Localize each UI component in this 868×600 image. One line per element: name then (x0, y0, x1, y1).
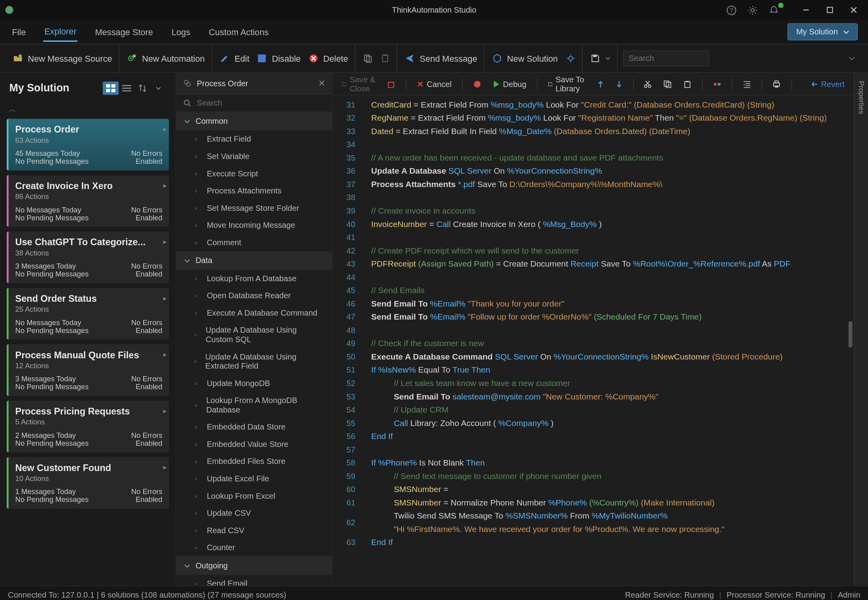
action-item[interactable]: ▫Update Excel File (176, 470, 332, 488)
code-line[interactable]: CreditCard = Extract Field From %msg_bod… (362, 98, 854, 112)
collapse-up-icon[interactable]: ︿ (0, 104, 175, 116)
action-item[interactable]: ▫Counter (176, 539, 332, 556)
code-line[interactable]: Execute A Database Command SQL Server On… (362, 350, 854, 363)
save-close-button[interactable]: Save & Close (340, 73, 378, 95)
action-item[interactable]: ▫Update CSV (176, 505, 332, 522)
action-item[interactable]: ▫Move Incoming Message (176, 217, 332, 234)
delete-button[interactable]: Delete (309, 53, 348, 63)
action-group-data[interactable]: Data (176, 252, 332, 270)
code-line[interactable]: // Send Emails (362, 284, 854, 297)
maximize-button[interactable] (821, 3, 839, 17)
minimize-button[interactable] (797, 3, 815, 17)
scrollbar-thumb[interactable] (849, 321, 853, 348)
code-line[interactable]: Send Email To salesteam@mysite.com "New … (362, 390, 854, 403)
view-cards-button[interactable] (103, 81, 119, 95)
copy-button[interactable] (661, 78, 675, 90)
code-line[interactable]: // Create invoice in accounts (362, 204, 854, 218)
code-line[interactable]: Call Library: Zoho Account ( %Company% ) (362, 416, 854, 430)
action-item[interactable]: ▫Lookup From A Database (176, 270, 332, 288)
view-list-button[interactable] (119, 81, 134, 95)
paste-button[interactable] (681, 78, 694, 90)
code-line[interactable]: RegName = Extract Field From %msg_body% … (362, 112, 854, 125)
automation-card[interactable]: ▸ Process Pricing Requests 5 Actions 2 M… (7, 401, 169, 452)
help-icon[interactable]: ? (726, 5, 738, 15)
code-line[interactable]: SMSNumber = (362, 483, 854, 496)
menu-logs[interactable]: Logs (170, 23, 192, 41)
action-group-outgoing[interactable]: Outgoing (176, 556, 332, 575)
discard-button[interactable] (385, 78, 398, 90)
disable-button[interactable]: Disable (257, 53, 301, 63)
code-line[interactable]: If %IsNew% Equal To True Then (362, 363, 854, 377)
code-line[interactable] (362, 271, 854, 284)
close-button[interactable] (844, 3, 863, 17)
action-item[interactable]: ▫Update MongoDB (176, 375, 332, 392)
toolbar-overflow[interactable] (842, 55, 862, 62)
code-content[interactable]: CreditCard = Extract Field From %msg_bod… (362, 95, 854, 585)
action-item[interactable]: ▫Set Variable (176, 148, 332, 165)
menu-explorer[interactable]: Explorer (43, 22, 78, 42)
sort-button[interactable] (134, 81, 150, 95)
debug-button[interactable]: Debug (491, 77, 529, 91)
new-solution-button[interactable]: New Solution (492, 53, 558, 63)
code-line[interactable]: End If (362, 430, 854, 443)
code-line[interactable] (362, 191, 854, 204)
new-automation-button[interactable]: + New Automation (127, 53, 205, 63)
code-editor[interactable]: 3132333435363738394041424344454647484950… (333, 95, 854, 585)
code-line[interactable]: SMSNumber = Normalize Phone Number %Phon… (362, 496, 854, 509)
automation-card[interactable]: ▸ Process Manual Quote Files 12 Actions … (7, 344, 169, 396)
revert-button[interactable]: Revert (806, 77, 847, 91)
action-search-input[interactable] (197, 98, 325, 107)
code-line[interactable]: // A new order has been received - updat… (362, 151, 854, 165)
action-item[interactable]: ▫Process Attachments (176, 182, 332, 200)
code-line[interactable]: If %Phone% Is Not Blank Then (362, 456, 854, 470)
action-item[interactable]: ▫Read CSV (176, 522, 332, 539)
toolbar-search-input[interactable] (629, 54, 728, 63)
breakpoint-button[interactable] (711, 78, 724, 90)
edit-button[interactable]: Edit (220, 53, 249, 63)
action-item[interactable]: ▫Lookup From Excel (176, 488, 332, 505)
save-library-button[interactable]: Save To Library (545, 73, 588, 95)
action-search[interactable] (176, 94, 332, 112)
sort-dropdown[interactable] (151, 81, 166, 95)
code-line[interactable]: Update A Database SQL Server On %YourCon… (362, 165, 854, 178)
action-item[interactable]: ▫Embedded Data Store (176, 418, 332, 436)
automation-card[interactable]: ▸ Send Order Status 25 Actions No Messag… (7, 288, 169, 340)
send-message-button[interactable]: Send Message (405, 53, 477, 63)
solution-settings-button[interactable] (566, 54, 575, 63)
action-item[interactable]: ▫Lookup From A MongoDB Database (176, 392, 332, 418)
action-group-common[interactable]: Common (176, 112, 332, 131)
action-item[interactable]: ▫Open Database Reader (176, 287, 332, 305)
code-line[interactable]: // Update CRM (362, 403, 854, 417)
action-item[interactable]: ▫Execute Script (176, 165, 332, 183)
action-item[interactable]: ▫Extract Field (176, 131, 332, 148)
menu-custom-actions[interactable]: Custom Actions (208, 23, 270, 41)
action-item[interactable]: ▫Embedded Value Store (176, 436, 332, 453)
close-icon[interactable]: ✕ (318, 78, 325, 88)
menu-message-store[interactable]: Message Store (94, 23, 154, 41)
code-line[interactable]: Send Email To %Email% "Thank you for you… (362, 297, 854, 310)
menu-file[interactable]: File (11, 23, 27, 41)
notifications-icon[interactable] (769, 5, 781, 15)
paste-button[interactable] (381, 54, 390, 63)
code-line[interactable] (362, 231, 854, 244)
editor-tab[interactable]: Process Order ✕ (176, 73, 332, 94)
move-up-button[interactable] (594, 78, 606, 90)
code-line[interactable] (362, 443, 854, 456)
cancel-button[interactable]: ✕Cancel (414, 77, 454, 91)
cut-button[interactable] (641, 78, 655, 90)
settings-icon[interactable] (748, 5, 760, 15)
print-button[interactable] (770, 78, 783, 90)
solution-dropdown[interactable]: My Solution (788, 23, 858, 41)
record-button[interactable] (470, 78, 484, 90)
code-line[interactable] (362, 324, 854, 337)
move-down-button[interactable] (613, 78, 625, 90)
automation-card[interactable]: ▸ New Customer Found 10 Actions 1 Messag… (7, 457, 169, 509)
code-line[interactable]: InvoiceNumber = Call Create Invoice In X… (362, 218, 854, 231)
new-message-source-button[interactable]: + New Message Source (13, 53, 112, 63)
code-line[interactable]: // Send text message to customer if phon… (362, 469, 854, 483)
action-item[interactable]: ▫Set Message Store Folder (176, 200, 332, 217)
code-line[interactable]: Process Attachments *.pdf Save To D:\Ord… (362, 178, 854, 191)
action-item[interactable]: ▫Execute A Database Command (176, 305, 332, 322)
action-item[interactable]: ▫Update A Database Using Extracted Field (176, 348, 332, 375)
automation-card[interactable]: ▸ Create Invoice In Xero 86 Actions No M… (7, 175, 169, 227)
